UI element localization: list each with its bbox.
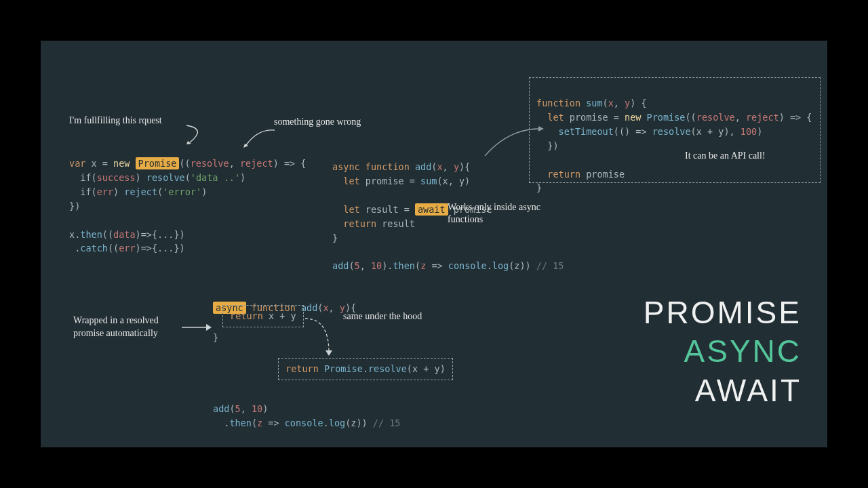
annotation-same-hood: same under the hood xyxy=(343,311,422,322)
arrow-same-hood xyxy=(302,315,342,359)
title-async: ASYNC xyxy=(644,332,802,371)
code-brace-close: } xyxy=(213,331,218,345)
slide-canvas: I'm fullfilling this rquest something go… xyxy=(41,41,827,447)
code-block-sum: function sum(x, y) { let promise = new P… xyxy=(529,77,821,183)
highlight-await: await xyxy=(415,203,448,216)
arrow-wrapped xyxy=(180,321,213,334)
title-stack: PROMISE ASYNC AWAIT xyxy=(644,293,802,411)
code-block-add-call: add(5, 10) .then(z => console.log(z)) //… xyxy=(213,388,400,430)
dashed-return-resolve: return Promise.resolve(x + y) xyxy=(278,358,453,380)
dashed-return-simple: return x + y xyxy=(222,305,304,327)
highlight-promise: Promise xyxy=(136,157,180,169)
title-promise: PROMISE xyxy=(644,293,802,333)
title-await: AWAIT xyxy=(644,371,802,411)
annotation-api-call: It can be an API call! xyxy=(685,150,766,161)
code-block-promise: var x = new Promise((resolve, reject) =>… xyxy=(69,142,306,256)
annotation-wrapped: Wrapped in a resolved promise automatica… xyxy=(73,314,182,340)
annotation-works-inside: Works only inside async functions xyxy=(448,201,542,226)
